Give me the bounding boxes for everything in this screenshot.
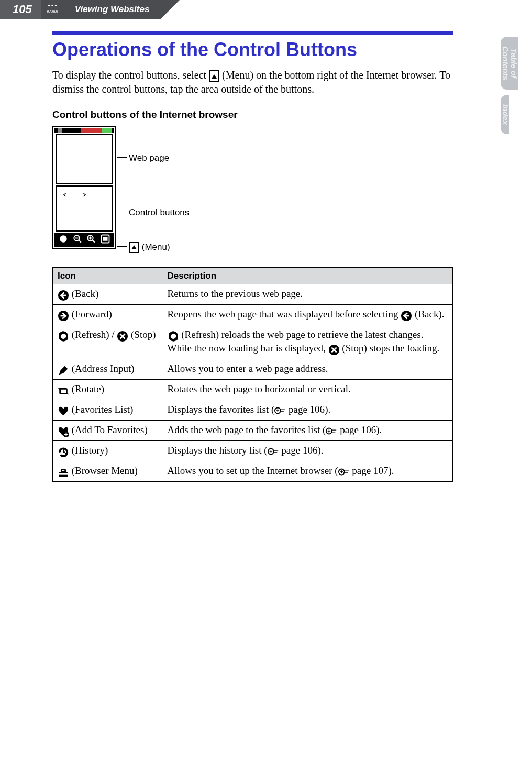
ref-icon [338, 465, 350, 476]
page-ref-link[interactable]: page 107 [352, 465, 388, 476]
zoom-out-icon [73, 234, 82, 246]
icon-description-table: Icon Description (Back) Returns to the p… [52, 267, 453, 482]
subheading: Control buttons of the Internet browser [52, 109, 453, 120]
history-icon [58, 445, 69, 458]
stop-icon [328, 343, 340, 356]
menu-button-icon [101, 234, 110, 246]
page-header: 105 Viewing Websites [0, 0, 532, 19]
rotate-icon [80, 203, 89, 214]
page-ref-link[interactable]: page 106 [340, 424, 376, 435]
refresh-icon [99, 190, 108, 202]
desc-cell: Allows you to set up the Internet browse… [163, 461, 453, 482]
stop-icon [117, 329, 128, 343]
page-ref-link[interactable]: page 106 [289, 404, 325, 415]
table-row: (Favorites List) Displays the favorites … [53, 400, 453, 421]
desc-cell: Reopens the web page that was displayed … [163, 305, 453, 325]
x-icon [59, 234, 68, 246]
menu-icon [209, 70, 219, 82]
toc-label-2: Contents [501, 46, 509, 80]
table-row: (Rotate) Rotates the web page to horizon… [53, 380, 453, 400]
toc-tab[interactable]: Table of Contents [501, 37, 518, 90]
desc-cell: Returns to the previous web page. [163, 284, 453, 305]
intro-before: To display the control buttons, select [52, 69, 209, 81]
table-row: (Forward) Reopens the web page that was … [53, 305, 453, 325]
table-row: (Browser Menu) Allows you to set up the … [53, 461, 453, 482]
svg-point-23 [81, 192, 88, 199]
control-buttons-label: Control buttons [129, 207, 189, 218]
web-page-label: Web page [129, 153, 169, 163]
forward-icon [58, 309, 69, 322]
page-title: Operations of the Control Buttons [52, 39, 453, 61]
bottom-bar [54, 233, 114, 247]
desc-cell: Displays the history list ( page 106). [163, 441, 453, 461]
desc-cell: (Refresh) reloads the web page to retrie… [163, 325, 453, 359]
menu-label: (Menu) [129, 242, 170, 253]
accent-bar [52, 31, 453, 35]
control-buttons-area [56, 185, 113, 232]
back-icon [60, 190, 70, 202]
add-favorites-icon [60, 215, 70, 227]
page-ref-link[interactable]: page 106 [281, 445, 317, 456]
ref-icon [274, 404, 286, 415]
refresh-icon [168, 329, 179, 343]
device-diagram: Web page Control buttons (Menu) [52, 126, 453, 255]
www-icon [41, 0, 63, 19]
table-row: (Address Input) Allows you to enter a we… [53, 359, 453, 380]
index-tab[interactable]: Index [501, 95, 509, 134]
rotate-icon [58, 384, 69, 397]
zoom-in-icon [86, 234, 96, 246]
table-row: (History) Displays the history list ( pa… [53, 441, 453, 461]
menu-icon [129, 242, 139, 253]
back-icon [401, 309, 412, 322]
toc-label-1: Table of [509, 48, 518, 78]
table-row: (Refresh) / (Stop) (Refresh) reloads the… [53, 325, 453, 359]
table-row: (Add To Favorites) Adds the web page to … [53, 421, 453, 441]
svg-point-22 [61, 192, 69, 199]
ref-icon [326, 424, 337, 435]
desc-cell: Rotates the web page to horizontal or ve… [163, 380, 453, 400]
favorites-list-icon [58, 404, 69, 417]
desc-cell: Displays the favorites list ( page 106). [163, 400, 453, 421]
back-icon [58, 289, 69, 302]
section-title: Viewing Websites [63, 0, 161, 19]
desc-cell: Allows you to enter a web page address. [163, 359, 453, 380]
pencil-icon [60, 203, 70, 214]
browser-menu-icon [58, 466, 69, 479]
add-favorites-icon [58, 425, 69, 438]
web-page-area [56, 134, 113, 184]
desc-cell: Adds the web page to the favorites list … [163, 421, 453, 441]
table-row: (Back) Returns to the previous web page. [53, 284, 453, 305]
table-header-icon: Icon [53, 268, 163, 284]
intro-text: To display the control buttons, select (… [52, 68, 453, 96]
history-icon [80, 215, 89, 227]
table-header-desc: Description [163, 268, 453, 284]
toolbox-icon [99, 215, 108, 227]
ref-icon [268, 445, 279, 456]
forward-icon [80, 190, 89, 202]
refresh-icon [58, 329, 69, 343]
status-bar [54, 128, 114, 133]
address-input-icon [58, 364, 69, 377]
page-number: 105 [0, 0, 41, 19]
heart-icon [99, 203, 108, 214]
